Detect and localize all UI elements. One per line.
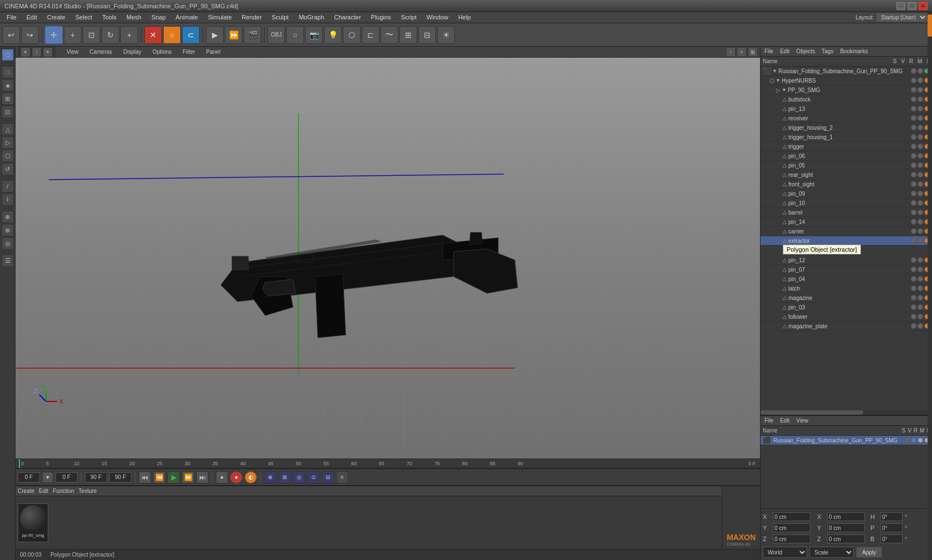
coord-h-input[interactable] xyxy=(880,512,903,521)
menu-tools[interactable]: Tools xyxy=(98,13,121,22)
grid-btn[interactable]: ⊞ xyxy=(399,26,417,44)
select-tool[interactable]: + xyxy=(120,26,138,44)
om-row-pin06[interactable]: △ pin_06 xyxy=(761,151,932,161)
om-expand-pp90[interactable]: ▼ xyxy=(782,87,787,93)
om-dot-s-pp90[interactable] xyxy=(911,87,916,93)
om-dot-s-root[interactable] xyxy=(911,68,916,74)
om-row-barrel[interactable]: △ barrel xyxy=(761,208,932,217)
layout-select[interactable]: Startup (User) xyxy=(876,13,928,22)
vp-menu-options[interactable]: Options xyxy=(150,48,174,55)
vp-menu-view[interactable]: View xyxy=(64,48,81,55)
vp-menu-filter[interactable]: Filter xyxy=(180,48,197,55)
om-row-pin03[interactable]: △ pin_03 xyxy=(761,303,932,312)
coord-b-input[interactable] xyxy=(880,534,903,543)
create-tool[interactable]: + xyxy=(64,26,82,44)
scale-tool[interactable]: ⊡ xyxy=(83,26,100,44)
coord-x-input[interactable] xyxy=(773,512,811,521)
close-button[interactable]: ✕ xyxy=(919,2,928,10)
om-row-pin05[interactable]: △ pin_05 xyxy=(761,161,932,170)
record-all-btn[interactable]: ● xyxy=(216,471,228,483)
go-to-end-btn[interactable]: ⏭ xyxy=(196,471,209,483)
om-row-pin14[interactable]: △ pin_14 xyxy=(761,217,932,227)
menu-simulate[interactable]: Simulate xyxy=(204,13,236,22)
om-dot-v-pp90[interactable] xyxy=(918,87,923,93)
viewport[interactable]: Perspective xyxy=(16,58,760,459)
mat-menu-texture[interactable]: Texture xyxy=(79,488,97,494)
sidebar-tool-15[interactable]: ☰ xyxy=(2,254,14,267)
menu-help[interactable]: Help xyxy=(454,13,475,22)
om-row-pin10[interactable]: △ pin_10 xyxy=(761,198,932,208)
material-btn[interactable]: ⬡ xyxy=(343,26,361,44)
sidebar-tool-10[interactable]: / xyxy=(2,180,14,192)
am-menu-file[interactable]: File xyxy=(763,417,775,424)
om-menu-bookmarks[interactable]: Bookmarks xyxy=(838,48,869,55)
om-hscrollbar[interactable] xyxy=(761,410,932,415)
light2-btn[interactable]: ☀ xyxy=(437,26,455,44)
rotate-tool[interactable]: ↻ xyxy=(102,26,119,44)
sidebar-tool-4[interactable]: ⊞ xyxy=(2,93,14,105)
motion-3[interactable]: ◎ xyxy=(293,471,305,483)
deformer-btn[interactable]: ⊏ xyxy=(362,26,379,44)
om-row-trigger[interactable]: △ trigger xyxy=(761,142,932,151)
render-btn[interactable]: ▶ xyxy=(206,26,224,44)
coord-world-select[interactable]: World xyxy=(763,547,807,558)
motion-4[interactable]: ⊙ xyxy=(307,471,320,483)
coord-y-input2[interactable] xyxy=(827,523,865,532)
coord-apply-btn[interactable]: Apply xyxy=(856,547,882,558)
menu-edit[interactable]: Edit xyxy=(22,13,42,22)
maximize-button[interactable]: □ xyxy=(908,2,916,10)
om-row-pin13[interactable]: △ pin_13 xyxy=(761,104,932,114)
right-panel-scrollbar[interactable] xyxy=(928,47,932,560)
om-row-frontsight[interactable]: △ front_sight xyxy=(761,180,932,189)
coord-z-input2[interactable] xyxy=(827,534,865,543)
step-back-btn[interactable]: ⏪ xyxy=(153,471,165,483)
vp-top-btn1[interactable]: ↑ xyxy=(726,47,736,57)
om-row-carrier[interactable]: △ carrier xyxy=(761,227,932,236)
sidebar-tool-12[interactable]: ⊕ xyxy=(2,211,14,223)
edge-mode[interactable]: ○ xyxy=(163,26,181,44)
om-row-receiver[interactable]: △ receiver xyxy=(761,114,932,123)
menu-render[interactable]: Render xyxy=(237,13,266,22)
om-tree[interactable]: ⬛ ▼ Russian_Folding_Submachine_Gun_PP_90… xyxy=(761,67,932,410)
om-dot-v-root[interactable] xyxy=(918,68,923,74)
timeline-ruler[interactable]: 0 5 10 15 20 25 30 35 40 45 50 55 60 65 … xyxy=(16,459,760,469)
sidebar-tool-8[interactable]: ⬡ xyxy=(2,150,14,162)
menu-mograph[interactable]: MoGraph xyxy=(294,13,328,22)
menu-create[interactable]: Create xyxy=(43,13,70,22)
scene-btn[interactable]: ⊟ xyxy=(418,26,436,44)
menu-file[interactable]: File xyxy=(2,13,21,22)
menu-mesh[interactable]: Mesh xyxy=(122,13,146,22)
vp-nav-3[interactable]: + xyxy=(43,47,53,57)
om-row-buttstock[interactable]: △ buttstock xyxy=(761,95,932,104)
motion-6[interactable]: ≡ xyxy=(336,471,348,483)
am-content[interactable]: ⬛ Russian_Folding_Submachine_Gun_PP_90_S… xyxy=(761,436,932,508)
om-row-th2[interactable]: △ trigger_housing_2 xyxy=(761,123,932,133)
menu-script[interactable]: Script xyxy=(397,13,421,22)
redo-button[interactable]: ↪ xyxy=(21,26,39,44)
om-menu-file[interactable]: File xyxy=(763,48,775,55)
coord-y-input[interactable] xyxy=(773,523,811,532)
material-item-pp90[interactable]: pp-90_smg xyxy=(18,503,48,542)
spline-btn[interactable]: 〜 xyxy=(381,26,398,44)
poly-mode[interactable]: ⊂ xyxy=(182,26,200,44)
am-menu-view[interactable]: View xyxy=(794,417,810,424)
vp-nav-2[interactable]: ↑ xyxy=(32,47,42,57)
om-row-pp90smg[interactable]: ▷ ▼ PP_90_SMG xyxy=(761,85,932,95)
om-row-magazine[interactable]: △ magazine xyxy=(761,293,932,303)
vp-top-btn3[interactable]: ⊞ xyxy=(748,47,758,57)
motion-5[interactable]: ⊟ xyxy=(322,471,334,483)
sidebar-tool-5[interactable]: ⊡ xyxy=(2,106,14,118)
sidebar-tool-9[interactable]: ↺ xyxy=(2,163,14,175)
sidebar-tool-1[interactable]: ⬡ xyxy=(2,49,14,61)
menu-sculpt[interactable]: Sculpt xyxy=(267,13,293,22)
mat-menu-create[interactable]: Create xyxy=(18,488,34,494)
max-frame-display[interactable] xyxy=(109,472,131,482)
sidebar-tool-11[interactable]: ⌇ xyxy=(2,194,14,206)
keyframe-record-btn[interactable]: ● xyxy=(230,471,242,483)
render-all-btn[interactable]: ⏩ xyxy=(225,26,242,44)
light-btn[interactable]: 💡 xyxy=(324,26,342,44)
om-hscrollbar-thumb[interactable] xyxy=(761,410,863,415)
om-dot-v-hypernurbs[interactable] xyxy=(918,78,923,83)
vp-menu-panel[interactable]: Panel xyxy=(204,48,223,55)
om-row-latch[interactable]: △ latch xyxy=(761,284,932,293)
